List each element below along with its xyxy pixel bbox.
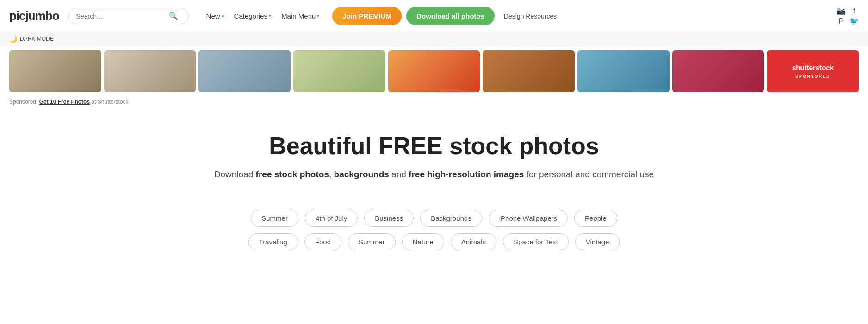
tag-pill[interactable]: People (574, 210, 617, 227)
hero-bold-2: backgrounds (334, 169, 389, 179)
chevron-down-icon: ▾ (317, 13, 319, 19)
social-row-top: 📷 f (837, 6, 859, 16)
carousel-item[interactable] (672, 50, 764, 92)
hero-desc-1: Download (214, 169, 256, 179)
header: picjumbo 🔍 New Categories ▾ Main Menu ▾ … (0, 0, 868, 32)
sponsored-prefix: Sponsored: (9, 99, 39, 105)
tag-pill[interactable]: 4th of July (305, 210, 358, 227)
join-premium-button[interactable]: Join PREMIUM (332, 7, 402, 25)
nav-mainmenu-label: Main Menu (281, 12, 316, 20)
hero-desc-2: , (329, 169, 334, 179)
tag-pill[interactable]: Summer (251, 210, 298, 227)
download-all-button[interactable]: Download all photos (406, 7, 495, 25)
nav-links: New Categories ▾ Main Menu ▾ (203, 10, 323, 22)
carousel-item[interactable] (104, 50, 196, 92)
tag-pill[interactable]: Traveling (248, 233, 298, 250)
logo-text: picjumbo (9, 9, 59, 23)
dark-mode-label: DARK MODE (20, 36, 54, 42)
search-box: 🔍 (68, 8, 189, 24)
hero-description: Download free stock photos, backgrounds … (9, 168, 859, 181)
tag-pill[interactable]: Backgrounds (420, 210, 482, 227)
design-resources-link[interactable]: Design Resources (504, 12, 557, 20)
carousel-item[interactable] (293, 50, 385, 92)
carousel-item[interactable] (9, 50, 101, 92)
nav-item-new[interactable]: New (203, 10, 228, 22)
twitter-icon[interactable]: 🐦 (849, 17, 859, 26)
nav-new-dot (222, 15, 224, 17)
hero-desc-3: and (389, 169, 409, 179)
shutterstock-sponsored[interactable]: shutterstock SPONSORED (767, 50, 859, 92)
facebook-icon[interactable]: f (849, 6, 859, 16)
nav-new-label: New (206, 12, 220, 20)
hero-desc-4: for personal and commercial use (524, 169, 654, 179)
sponsored-badge: SPONSORED (795, 74, 831, 79)
carousel-item[interactable] (198, 50, 291, 92)
social-icons: 📷 f P 🐦 (837, 6, 859, 26)
carousel-item[interactable] (483, 50, 575, 92)
logo[interactable]: picjumbo (9, 9, 59, 23)
hero-title: Beautiful FREE stock photos (9, 133, 859, 159)
hero-bold-3: free high-resolution images (409, 169, 524, 179)
search-icon: 🔍 (169, 12, 178, 20)
chevron-down-icon: ▾ (269, 13, 271, 19)
tag-pill[interactable]: Business (364, 210, 414, 227)
tags-row-2: TravelingFoodSummerNatureAnimalsSpace fo… (248, 233, 620, 250)
sponsored-suffix: at Shutterstock (91, 99, 128, 105)
tag-pill[interactable]: Summer (348, 233, 396, 250)
carousel-item[interactable] (388, 50, 480, 92)
shutterstock-label: shutterstock (792, 64, 834, 72)
hero-bold-1: free stock photos (256, 169, 329, 179)
nav-item-categories[interactable]: Categories ▾ (230, 10, 275, 22)
instagram-icon[interactable]: 📷 (837, 6, 846, 16)
tags-row-1: Summer4th of JulyBusinessBackgroundsiPho… (251, 210, 617, 227)
dark-mode-bar[interactable]: 🌙 DARK MODE (0, 32, 868, 46)
carousel-item[interactable] (577, 50, 670, 92)
carousel: shutterstock SPONSORED (0, 46, 868, 97)
tags-section: Summer4th of JulyBusinessBackgroundsiPho… (0, 196, 868, 269)
hero-section: Beautiful FREE stock photos Download fre… (0, 110, 868, 196)
social-row-bottom: P 🐦 (837, 17, 859, 26)
moon-icon: 🌙 (9, 35, 17, 43)
search-input[interactable] (76, 12, 169, 20)
nav-categories-label: Categories (234, 12, 268, 20)
tag-pill[interactable]: Vintage (575, 233, 620, 250)
sponsored-link[interactable]: Get 10 Free Photos (39, 99, 90, 105)
tag-pill[interactable]: iPhone Wallpapers (489, 210, 568, 227)
sponsored-text: Sponsored: Get 10 Free Photos at Shutter… (0, 97, 868, 110)
tag-pill[interactable]: Nature (402, 233, 444, 250)
tag-pill[interactable]: Space for Text (503, 233, 569, 250)
pinterest-icon[interactable]: P (837, 17, 846, 26)
tag-pill[interactable]: Animals (451, 233, 496, 250)
nav-item-mainmenu[interactable]: Main Menu ▾ (278, 10, 323, 22)
tag-pill[interactable]: Food (304, 233, 341, 250)
